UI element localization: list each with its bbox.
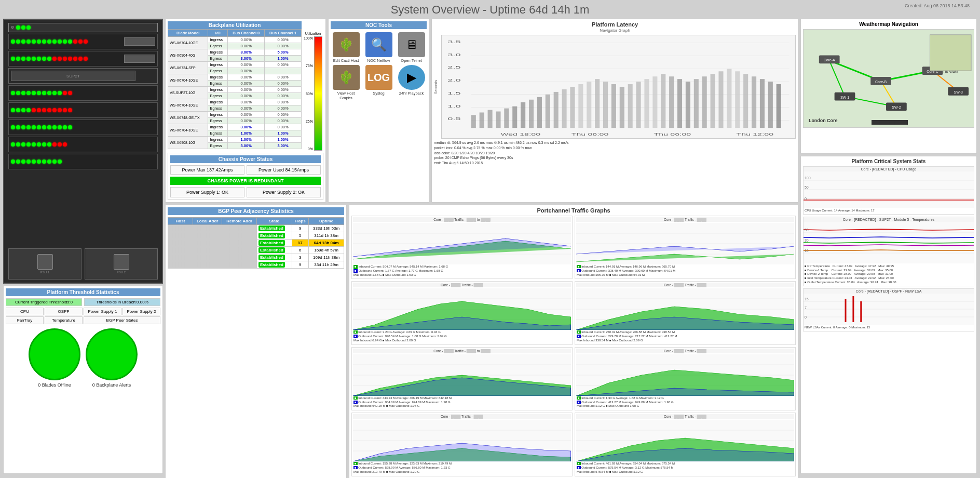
bgp-row-3: ██████ ██████ ██████ Established 17 64d … — [168, 240, 344, 247]
svg-rect-39 — [677, 79, 682, 128]
svg-rect-51 — [777, 84, 781, 128]
backplane-alerts-label: 0 Backplane Alerts — [92, 382, 131, 388]
bgp-col-host: Host — [168, 218, 193, 225]
bgp-row-6: ██████ ██████ ██████ Established 9 33d 1… — [168, 261, 344, 269]
svg-text:2.5: 2.5 — [447, 65, 461, 70]
svg-rect-48 — [752, 76, 756, 128]
traffic-graph-3: Core - ████ Traffic - ████ ■ Inb — [351, 281, 573, 344]
svg-rect-32 — [620, 87, 624, 128]
edit-cacti-host-btn[interactable]: 🌵 Edit Cacti Host — [331, 32, 361, 63]
traffic-graph-8: Core - ████ Traffic - ████ ■ Inb — [575, 413, 796, 476]
col-bus1: Bus Channel 1 — [265, 30, 302, 37]
bgp-row-1: ██████ ██████ ██████ Established 9 333d … — [168, 225, 344, 232]
thresholds-breach: Thresholds in Breach:0.00% — [84, 298, 160, 306]
noc-tools-title: NOC Tools — [331, 21, 427, 29]
playback-label: 24hr Playback — [399, 91, 424, 96]
svg-rect-42 — [702, 76, 707, 128]
tg7-title: Core - ████ Traffic - ████ — [353, 414, 571, 419]
svg-rect-112 — [930, 35, 972, 71]
svg-text:3.5: 3.5 — [447, 39, 461, 44]
svg-rect-49 — [760, 79, 765, 128]
backplane-title: Backplane Utilization — [168, 21, 302, 29]
syslog-btn[interactable]: LOG Syslog — [363, 65, 394, 100]
svg-rect-40 — [686, 82, 690, 128]
chassis-panel: ⚙ — [3, 19, 163, 284]
blade-row-1 — [8, 34, 158, 49]
noc-netflow-label: NOC Netflow — [367, 58, 390, 63]
svg-text:50: 50 — [805, 185, 809, 189]
blades-offline-circle — [29, 328, 80, 380]
bgp-col-state: State — [256, 218, 292, 225]
tg6-title: Core - ████ Traffic - ████ — [576, 349, 794, 353]
svg-rect-25 — [562, 89, 567, 128]
blade-row-3: SUP2T — [8, 68, 158, 84]
view-host-graphs-btn[interactable]: 🌵 View Host Graphs — [331, 65, 361, 100]
tg6-stats: ■ Inbound Current: 1.30 G Average: 1.58 … — [576, 396, 794, 409]
tg3-title: Core - ████ Traffic - ████ — [353, 283, 571, 287]
blade-row-5 — [8, 102, 158, 118]
util-scale: Utilization 100% 75% 50% 25% 0% — [303, 21, 323, 151]
col-bus0: Bus Channel 0 — [228, 30, 265, 37]
svg-text:Thu 06:00: Thu 06:00 — [654, 132, 691, 137]
blade-row-7 — [8, 137, 158, 152]
weathermap-panel: Weathermap Navigation Core-A — [800, 19, 977, 154]
open-telnet-btn[interactable]: 🖥 Open Telnet — [396, 32, 427, 63]
svg-rect-29 — [595, 79, 600, 128]
tg7-stats: ■ Inbound Current: 155.28 M Average: 123… — [353, 461, 571, 474]
svg-rect-15 — [480, 113, 484, 128]
svg-text:100: 100 — [805, 176, 811, 180]
bgp-table: Host Local Addr Remote Addr State Flaps … — [168, 217, 344, 269]
power-used: Power Used 84.15Amps — [247, 165, 321, 175]
svg-marker-86 — [353, 443, 571, 461]
backplane-alerts-item: 0 Backplane Alerts — [86, 328, 138, 388]
svg-text:1.5: 1.5 — [447, 91, 461, 96]
tg8-title: Core - ████ Traffic - ████ — [576, 414, 794, 419]
svg-rect-38 — [669, 76, 674, 128]
threshold-cpu: CPU — [6, 308, 44, 315]
traffic-graph-5: Core - ████ Traffic - ████ to ████ — [351, 347, 573, 410]
svg-rect-22 — [537, 97, 542, 128]
traffic-graph-7: Core - ████ Traffic - ████ ■ Inb — [351, 413, 573, 476]
latency-subtitle: Navigator Graph — [434, 28, 796, 33]
svg-rect-33 — [628, 84, 633, 128]
svg-text:3.0: 3.0 — [447, 52, 461, 57]
svg-rect-20 — [521, 102, 525, 128]
psu-1: PSU 1 — [8, 248, 81, 280]
blades-offline-item: 0 Blades Offline — [29, 328, 80, 388]
svg-text:7: 7 — [805, 306, 807, 310]
cpu-graph: Core - [REDACTED] - CPU Usage 100 50 0 — [803, 166, 974, 215]
svg-rect-50 — [768, 82, 773, 128]
svg-text:London Core: London Core — [809, 118, 838, 123]
svg-text:0: 0 — [805, 315, 807, 319]
latency-graph: 3.5 3.0 2.5 2.0 1.5 1.0 0.5 — [441, 35, 796, 139]
bgp-col-local: Local Addr — [193, 218, 222, 225]
noc-netflow-btn[interactable]: 🔍 NOC Netflow — [363, 32, 394, 63]
util-label: Utilization — [305, 32, 321, 35]
svg-rect-43 — [711, 74, 715, 128]
svg-text:0: 0 — [805, 197, 807, 201]
blade-row-4 — [8, 85, 158, 101]
edit-cacti-host-label: Edit Cacti Host — [333, 58, 359, 63]
svg-rect-46 — [735, 71, 740, 128]
tg8-stats: ■ Inbound Current: 461.92 M Average: 354… — [576, 461, 794, 474]
svg-rect-34 — [636, 82, 641, 128]
svg-rect-47 — [743, 74, 748, 128]
svg-text:Thu 06:00: Thu 06:00 — [571, 132, 609, 137]
svg-rect-17 — [496, 112, 500, 128]
svg-rect-23 — [546, 95, 550, 128]
blade-row-6 — [8, 120, 158, 135]
svg-text:10: 10 — [805, 249, 809, 253]
svg-text:30: 30 — [805, 238, 809, 242]
playback-btn[interactable]: ▶ 24hr Playback — [396, 65, 427, 100]
redundant-banner: CHASSIS POWER IS REDUNDANT — [170, 177, 321, 185]
cpu-stats: CPU Usage Current: 14 Average: 14 Maximu… — [804, 208, 974, 214]
svg-text:2.0: 2.0 — [447, 78, 461, 83]
svg-rect-16 — [488, 110, 493, 128]
threshold-psu2: Power Supply 2 — [122, 308, 160, 315]
tg3-stats: ■ Inbound Current: 3.20 G Average: 3.69 … — [353, 330, 571, 343]
svg-text:UK WAN: UK WAN — [943, 70, 958, 74]
blade-row-2 — [8, 51, 158, 67]
chassis-power-panel: Chassis Power Status Power Max 137.42Amp… — [168, 153, 323, 200]
bgp-title: BGP Peer Adjacency Statistics — [168, 207, 344, 215]
traffic-graph-1: Core - ████ Traffic - ████ to ████ — [351, 216, 573, 279]
